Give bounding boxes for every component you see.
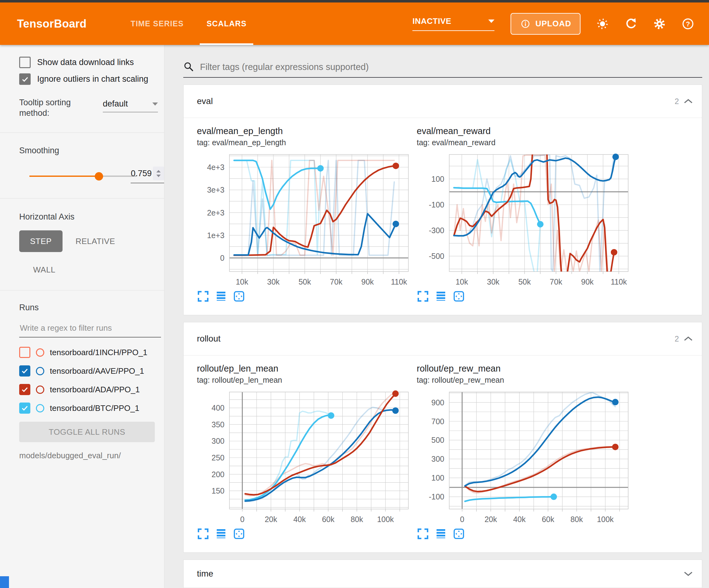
window-top-strip <box>0 0 709 2</box>
upload-button[interactable]: UPLOAD <box>510 13 580 35</box>
dashboard-main: eval 2 eval/mean_ep_lengthtag: eval/mean… <box>164 45 709 588</box>
fullscreen-icon[interactable] <box>197 290 210 303</box>
tooltip-sorting-dropdown[interactable]: default <box>103 99 158 112</box>
tab-scalars[interactable]: SCALARS <box>200 2 253 45</box>
svg-text:110k: 110k <box>391 277 407 286</box>
chart-canvas[interactable]: 01e+32e+33e+34e+310k30k50k70k90k110k <box>197 151 412 288</box>
toggle-all-runs-button[interactable]: TOGGLE ALL RUNS <box>19 422 155 442</box>
chart-title: rollout/ep_rew_mean <box>417 363 632 374</box>
tag-filter-input[interactable] <box>200 61 702 73</box>
app-title: TensorBoard <box>17 17 87 30</box>
runs-logdir: models/debugged_eval_run/ <box>19 451 164 460</box>
runs-filter-input[interactable] <box>19 323 162 333</box>
svg-text:20k: 20k <box>265 515 278 523</box>
section-card-time: time <box>183 560 702 588</box>
settings-icon[interactable] <box>652 17 666 31</box>
pan-zoom-icon[interactable] <box>233 528 246 541</box>
chart-title: eval/mean_reward <box>417 126 632 136</box>
show-download-links-row[interactable]: Show data download links <box>19 57 164 68</box>
run-row[interactable]: tensorboard/ADA/PPO_1 <box>19 380 164 399</box>
smoothing-slider-thumb[interactable] <box>95 172 103 180</box>
chart-canvas[interactable]: 150200250300350400020k40k60k80k100k <box>197 389 412 525</box>
fullscreen-icon[interactable] <box>197 528 210 541</box>
pan-zoom-icon[interactable] <box>233 290 246 303</box>
chart-toolbar <box>197 528 412 541</box>
run-row[interactable]: tensorboard/AAVE/PPO_1 <box>19 362 164 380</box>
stepper-down-icon[interactable] <box>156 175 161 177</box>
axis-option-wall[interactable]: WALL <box>33 265 55 274</box>
smoothing-stepper[interactable] <box>153 167 164 180</box>
section-title: eval <box>197 96 213 106</box>
tag-filter-field[interactable] <box>183 45 702 78</box>
run-color-swatch[interactable] <box>36 367 44 375</box>
fullscreen-icon[interactable] <box>417 528 430 541</box>
svg-text:80k: 80k <box>350 515 363 523</box>
section-header-eval[interactable]: eval 2 <box>184 85 702 118</box>
section-count: 2 <box>675 334 679 343</box>
fullscreen-icon[interactable] <box>417 290 430 303</box>
section-card-eval: eval 2 eval/mean_ep_lengthtag: eval/mean… <box>183 84 702 315</box>
section-header-rollout[interactable]: rollout 2 <box>184 322 702 355</box>
ignore-outliers-checkbox[interactable] <box>19 73 31 85</box>
charts-row: eval/mean_ep_lengthtag: eval/mean_ep_len… <box>184 118 702 315</box>
ignore-outliers-row[interactable]: Ignore outliers in chart scaling <box>19 73 164 85</box>
settings-sidebar: Show data download links Ignore outliers… <box>0 45 164 588</box>
run-color-swatch[interactable] <box>36 348 44 357</box>
smoothing-block: Smoothing 0.759 <box>19 133 164 198</box>
tab-time-series[interactable]: TIME SERIES <box>124 2 191 45</box>
checkbox-label: Show data download links <box>37 58 134 67</box>
run-checkbox[interactable] <box>19 347 30 358</box>
data-table-icon[interactable] <box>215 528 228 541</box>
tooltip-sorting-label: Tooltip sorting method: <box>19 97 100 118</box>
run-row[interactable]: tensorboard/BTC/PPO_1 <box>19 399 164 417</box>
svg-text:-100: -100 <box>429 492 444 501</box>
charts-row: rollout/ep_len_meantag: rollout/ep_len_m… <box>184 355 702 553</box>
axis-option-relative[interactable]: RELATIVE <box>76 236 115 246</box>
brightness-icon[interactable] <box>595 17 610 31</box>
pan-zoom-icon[interactable] <box>453 290 466 303</box>
chevron-down-icon <box>488 20 494 23</box>
show-download-links-checkbox[interactable] <box>19 57 31 68</box>
svg-text:350: 350 <box>211 420 225 429</box>
svg-text:90k: 90k <box>361 277 374 286</box>
chart-tag: tag: eval/mean_reward <box>417 138 632 147</box>
svg-text:-100: -100 <box>429 200 444 209</box>
run-checkbox[interactable] <box>19 384 30 395</box>
experiment-status-dropdown[interactable]: INACTIVE <box>412 17 494 31</box>
svg-text:100k: 100k <box>597 515 614 523</box>
chart-canvas[interactable]: -100100300500700900020k40k60k80k100k <box>417 389 632 525</box>
pan-zoom-icon[interactable] <box>453 528 466 541</box>
chart-tag: tag: rollout/ep_rew_mean <box>417 376 632 385</box>
search-icon <box>183 61 194 73</box>
refresh-icon[interactable] <box>624 17 638 31</box>
svg-text:10k: 10k <box>455 277 468 286</box>
svg-text:110k: 110k <box>610 277 627 286</box>
run-label: tensorboard/ADA/PPO_1 <box>50 385 140 394</box>
stepper-up-icon[interactable] <box>156 170 161 173</box>
run-checkbox[interactable] <box>19 365 30 377</box>
run-color-swatch[interactable] <box>36 385 44 394</box>
expand-section-icon[interactable] <box>683 571 693 577</box>
data-table-icon[interactable] <box>435 528 448 541</box>
chart-tag: tag: rollout/ep_len_mean <box>197 376 412 385</box>
run-label: tensorboard/1INCH/PPO_1 <box>50 348 148 357</box>
svg-text:-500: -500 <box>429 252 444 260</box>
run-row[interactable]: tensorboard/1INCH/PPO_1 <box>19 343 164 362</box>
svg-text:0: 0 <box>220 254 225 262</box>
run-checkbox[interactable] <box>19 403 30 414</box>
run-color-swatch[interactable] <box>36 404 44 412</box>
data-table-icon[interactable] <box>435 290 448 303</box>
axis-option-step[interactable]: STEP <box>19 230 62 252</box>
section-header-time[interactable]: time <box>184 560 702 588</box>
data-table-icon[interactable] <box>215 290 228 303</box>
help-icon[interactable]: ? <box>681 17 695 31</box>
collapse-section-icon[interactable] <box>683 336 693 342</box>
runs-filter-field[interactable] <box>19 323 161 337</box>
svg-text:900: 900 <box>431 398 444 407</box>
smoothing-label: Smoothing <box>19 146 164 155</box>
chart-canvas[interactable]: 100-100-300-50010k30k50k70k90k110k <box>417 151 632 288</box>
collapse-section-icon[interactable] <box>683 98 693 104</box>
chart-card: eval/mean_rewardtag: eval/mean_reward100… <box>417 126 632 303</box>
smoothing-value-field[interactable]: 0.759 <box>131 167 164 183</box>
svg-text:300: 300 <box>431 455 444 463</box>
